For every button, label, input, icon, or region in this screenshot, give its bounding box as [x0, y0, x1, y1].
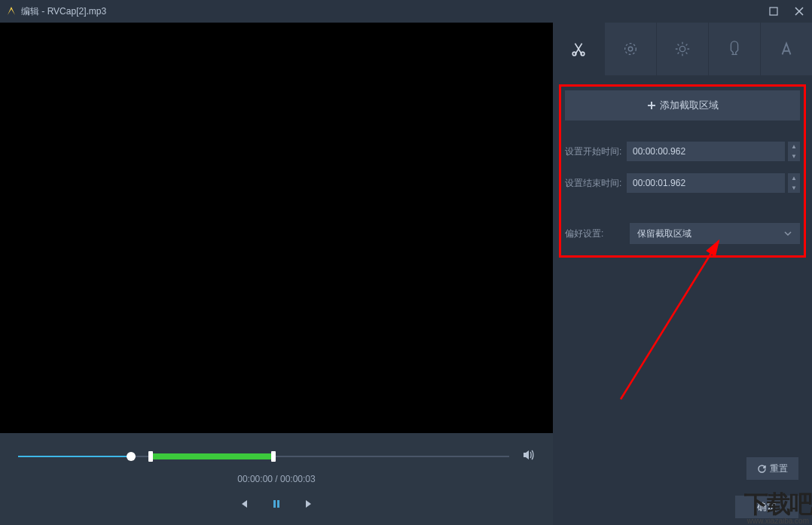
svg-point-5: [628, 47, 633, 51]
tab-text[interactable]: [760, 23, 812, 75]
start-time-label: 设置开始时间:: [565, 145, 624, 158]
start-time-input[interactable]: [627, 142, 785, 161]
trim-start-handle[interactable]: [148, 451, 153, 462]
svg-line-8: [621, 241, 719, 399]
preference-label: 偏好设置:: [565, 227, 624, 240]
svg-point-3: [572, 52, 576, 56]
step-forward-button[interactable]: [304, 498, 316, 510]
time-display: 00:00:00 / 00:00:03: [18, 474, 535, 484]
start-time-up[interactable]: ▲: [788, 142, 800, 151]
svg-point-6: [625, 44, 636, 55]
video-panel: 00:00:00 / 00:00:03: [0, 23, 553, 525]
pause-button[interactable]: [270, 498, 282, 510]
tab-watermark[interactable]: [708, 23, 760, 75]
trim-region[interactable]: [151, 453, 273, 459]
tools-panel: 添加截取区域 设置开始时间: ▲ ▼ 设置结束时间: ▲ ▼ 偏好设置:: [553, 23, 812, 525]
trim-end-handle[interactable]: [271, 451, 276, 462]
tab-rotate[interactable]: [604, 23, 656, 75]
svg-rect-2: [277, 500, 279, 508]
titlebar: 编辑 - RVCap[2].mp3: [0, 0, 812, 23]
video-preview[interactable]: [0, 23, 553, 433]
chevron-down-icon: [783, 229, 792, 238]
reset-button[interactable]: 重置: [746, 457, 798, 480]
svg-rect-0: [770, 8, 777, 15]
svg-rect-1: [273, 500, 276, 508]
step-back-button[interactable]: [237, 498, 249, 510]
preference-select[interactable]: 保留截取区域: [630, 223, 800, 244]
end-time-input[interactable]: [627, 173, 785, 193]
add-region-button[interactable]: 添加截取区域: [565, 90, 800, 121]
svg-point-4: [581, 52, 585, 56]
site-watermark: 下载吧 www.xiazaiba.com: [744, 488, 812, 525]
tool-tabs: [553, 23, 812, 75]
volume-icon[interactable]: [521, 448, 535, 465]
maximize-button[interactable]: [767, 5, 780, 18]
seek-thumb[interactable]: [127, 452, 136, 461]
annotation-arrow: [598, 234, 749, 407]
tab-effects[interactable]: [656, 23, 708, 75]
close-button[interactable]: [792, 5, 806, 18]
start-time-down[interactable]: ▼: [788, 151, 800, 161]
svg-point-7: [679, 46, 685, 51]
playback-controls: 00:00:00 / 00:00:03: [0, 433, 553, 525]
end-time-label: 设置结束时间:: [565, 177, 624, 190]
app-icon: [6, 6, 17, 17]
window-title: 编辑 - RVCap[2].mp3: [21, 5, 767, 18]
seek-slider[interactable]: [18, 449, 509, 464]
tab-trim[interactable]: [553, 23, 604, 75]
end-time-up[interactable]: ▲: [788, 173, 800, 183]
end-time-down[interactable]: ▼: [788, 183, 800, 193]
